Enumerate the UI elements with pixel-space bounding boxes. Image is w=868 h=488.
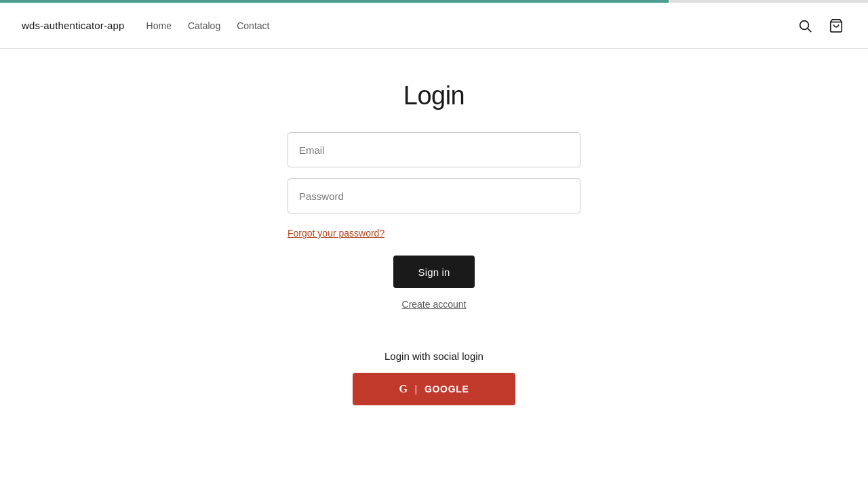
cart-icon xyxy=(829,18,844,33)
sign-in-button[interactable]: Sign in xyxy=(393,256,475,288)
page-title: Login xyxy=(403,81,465,110)
svg-line-1 xyxy=(808,28,811,32)
search-icon xyxy=(797,18,812,33)
social-login-section: Login with social login G | GOOGLE xyxy=(353,350,515,405)
email-field-wrapper xyxy=(288,132,580,167)
svg-point-0 xyxy=(800,20,809,29)
forgot-password-wrapper: Forgot your password? xyxy=(288,227,580,239)
main-content: Login Forgot your password? Sign in Crea… xyxy=(0,49,868,405)
brand-name: wds-authenticator-app xyxy=(22,20,125,31)
forgot-password-link[interactable]: Forgot your password? xyxy=(288,228,384,239)
header-right xyxy=(795,16,846,36)
header-left: wds-authenticator-app Home Catalog Conta… xyxy=(22,20,269,31)
social-login-label: Login with social login xyxy=(384,350,484,362)
search-button[interactable] xyxy=(795,16,815,36)
google-g-icon: G xyxy=(399,383,408,395)
cart-button[interactable] xyxy=(826,16,846,36)
nav-home[interactable]: Home xyxy=(146,20,172,31)
google-label: GOOGLE xyxy=(425,384,469,394)
google-login-button[interactable]: G | GOOGLE xyxy=(353,373,515,405)
nav-links: Home Catalog Contact xyxy=(146,20,270,31)
nav-catalog[interactable]: Catalog xyxy=(188,20,220,31)
header: wds-authenticator-app Home Catalog Conta… xyxy=(0,3,868,49)
nav-contact[interactable]: Contact xyxy=(237,20,269,31)
password-input[interactable] xyxy=(288,178,580,214)
email-input[interactable] xyxy=(288,132,580,167)
password-field-wrapper xyxy=(288,178,580,214)
login-form-container: Forgot your password? Sign in Create acc… xyxy=(288,132,580,405)
create-account-link[interactable]: Create account xyxy=(402,299,467,310)
